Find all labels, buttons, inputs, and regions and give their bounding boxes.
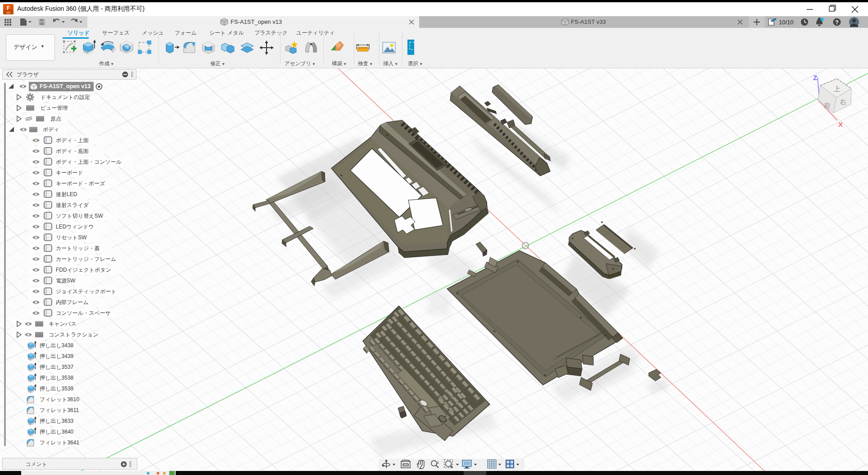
svg-text:Z: Z [813, 74, 817, 81]
svg-text:X: X [838, 121, 843, 128]
svg-text:?: ? [835, 19, 838, 26]
svg-text:F: F [7, 5, 10, 11]
svg-text:10/10: 10/10 [779, 19, 794, 26]
svg-text:上: 上 [833, 85, 841, 93]
svg-text:360: 360 [6, 11, 10, 14]
svg-text:±: ± [437, 460, 439, 465]
svg-text:右: 右 [839, 98, 847, 106]
